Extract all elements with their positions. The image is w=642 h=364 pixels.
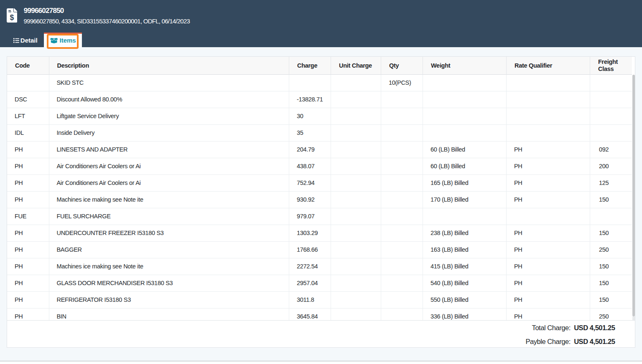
- svg-text:$: $: [10, 13, 14, 22]
